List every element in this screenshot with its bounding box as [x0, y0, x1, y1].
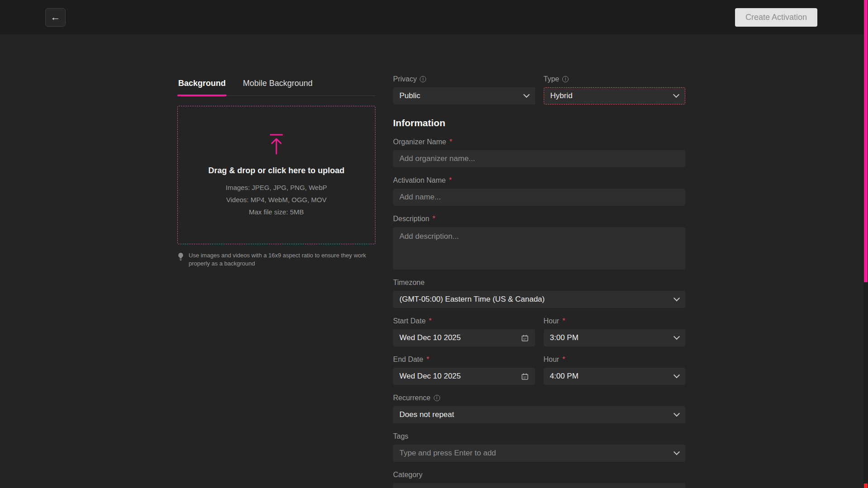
dropzone-videos-formats: Videos: MP4, WebM, OGG, MOV	[226, 196, 327, 204]
recurrence-value: Does not repeat	[399, 410, 454, 419]
scrollbar-thumb[interactable]	[864, 0, 868, 282]
scrollbar-bottom-marker	[864, 483, 868, 488]
activation-name-label: Activation Name	[393, 176, 446, 185]
create-activation-page: ← Create Activation Background Mobile Ba…	[0, 0, 868, 34]
privacy-value: Public	[399, 91, 420, 100]
timezone-select[interactable]: (GMT-05:00) Eastern Time (US & Canada)	[393, 291, 685, 308]
upload-arrow-icon	[268, 133, 285, 155]
recurrence-select[interactable]: Does not repeat	[393, 406, 685, 423]
dropzone-images-formats: Images: JPEG, JPG, PNG, WebP	[226, 184, 327, 191]
tags-label-row: Tags	[393, 432, 685, 441]
recurrence-label: Recurrence	[393, 394, 431, 402]
timezone-label-row: Timezone	[393, 278, 685, 287]
chevron-down-icon	[674, 372, 680, 378]
start-date-value: Wed Dec 10 2025	[399, 333, 461, 342]
aspect-ratio-hint-text: Use images and videos with a 16x9 aspect…	[189, 251, 369, 268]
organizer-name-input[interactable]	[393, 150, 685, 167]
tab-mobile-background[interactable]: Mobile Background	[242, 76, 313, 95]
description-textarea[interactable]	[393, 227, 685, 270]
end-hour-label: Hour	[544, 355, 560, 364]
tags-input[interactable]: Type and press Enter to add	[393, 445, 685, 462]
chevron-down-icon	[674, 333, 680, 340]
start-date-field: Start Date * Wed Dec 10 2025	[393, 317, 535, 346]
end-date-label: End Date	[393, 355, 423, 364]
info-icon	[434, 395, 440, 401]
tab-background[interactable]: Background	[177, 76, 227, 95]
tab-mobile-background-label: Mobile Background	[243, 79, 313, 88]
type-select[interactable]: Hybrid	[544, 87, 686, 104]
start-date-input[interactable]: Wed Dec 10 2025	[393, 329, 535, 346]
aspect-ratio-hint: Use images and videos with a 16x9 aspect…	[177, 251, 369, 268]
info-icon	[420, 76, 426, 82]
start-hour-field: Hour * 3:00 PM	[544, 317, 686, 346]
end-hour-value: 4:00 PM	[550, 372, 579, 381]
activation-form: Privacy Public Type Hybrid Infor	[393, 75, 685, 488]
information-heading: Information	[393, 118, 685, 128]
start-hour-value: 3:00 PM	[550, 333, 579, 342]
organizer-name-field: Organizer Name *	[393, 137, 685, 167]
calendar-icon	[521, 373, 529, 380]
activation-name-field: Activation Name *	[393, 176, 685, 206]
end-hour-select[interactable]: 4:00 PM	[544, 368, 686, 385]
recurrence-field: Recurrence Does not repeat	[393, 393, 685, 423]
active-tab-indicator	[177, 95, 227, 96]
tags-label: Tags	[393, 432, 408, 441]
start-hour-label: Hour	[544, 317, 560, 325]
start-hour-label-row: Hour *	[544, 317, 686, 326]
dropzone-title: Drag & drop or click here to upload	[208, 166, 344, 175]
background-tabs: Background Mobile Background	[177, 76, 375, 96]
category-label-row: Category	[393, 470, 685, 479]
info-icon	[562, 76, 569, 82]
type-label-row: Type	[544, 75, 686, 84]
page-scrollbar[interactable]	[863, 0, 868, 488]
required-asterisk: *	[449, 138, 452, 146]
type-value: Hybrid	[550, 91, 573, 100]
category-label: Category	[393, 471, 422, 479]
end-date-value: Wed Dec 10 2025	[399, 372, 461, 381]
activation-name-input[interactable]	[393, 189, 685, 206]
privacy-field: Privacy Public	[393, 75, 535, 104]
organizer-name-label: Organizer Name	[393, 138, 446, 146]
back-arrow-icon: ←	[51, 12, 61, 22]
required-asterisk: *	[562, 317, 565, 325]
end-hour-field: Hour * 4:00 PM	[544, 355, 686, 385]
timezone-field: Timezone (GMT-05:00) Eastern Time (US & …	[393, 278, 685, 308]
back-button[interactable]: ←	[45, 8, 66, 27]
end-date-input[interactable]: Wed Dec 10 2025	[393, 368, 535, 385]
required-asterisk: *	[432, 215, 435, 223]
chevron-down-icon	[674, 295, 680, 301]
privacy-label-row: Privacy	[393, 75, 535, 84]
required-asterisk: *	[429, 317, 432, 325]
description-field: Description *	[393, 214, 685, 270]
required-asterisk: *	[562, 355, 565, 364]
description-label: Description	[393, 215, 429, 223]
calendar-icon	[521, 334, 529, 342]
privacy-type-row: Privacy Public Type Hybrid	[393, 75, 685, 113]
tab-background-label: Background	[178, 79, 226, 88]
privacy-select[interactable]: Public	[393, 87, 535, 104]
organizer-name-label-row: Organizer Name *	[393, 137, 685, 147]
upload-dropzone[interactable]: Drag & drop or click here to upload Imag…	[177, 106, 375, 244]
top-bar: ← Create Activation	[0, 0, 868, 34]
start-date-label: Start Date	[393, 317, 426, 325]
lightbulb-icon	[177, 252, 184, 261]
chevron-down-icon	[523, 91, 529, 98]
start-date-row: Start Date * Wed Dec 10 2025	[393, 317, 685, 355]
type-field: Type Hybrid	[544, 75, 686, 104]
activation-name-label-row: Activation Name *	[393, 176, 685, 185]
category-select[interactable]	[393, 483, 685, 488]
timezone-value: (GMT-05:00) Eastern Time (US & Canada)	[399, 295, 545, 304]
tags-placeholder: Type and press Enter to add	[399, 449, 496, 458]
timezone-label: Timezone	[393, 279, 425, 287]
privacy-label: Privacy	[393, 75, 417, 83]
end-date-label-row: End Date *	[393, 355, 535, 364]
dropzone-max-size: Max file size: 5MB	[249, 208, 304, 216]
description-label-row: Description *	[393, 214, 685, 223]
background-upload-section: Background Mobile Background Drag & drop…	[177, 76, 375, 268]
recurrence-label-row: Recurrence	[393, 393, 685, 403]
end-date-row: End Date * Wed Dec 10 2025	[393, 355, 685, 393]
tags-field: Tags Type and press Enter to add	[393, 432, 685, 462]
type-label: Type	[544, 75, 560, 83]
start-hour-select[interactable]: 3:00 PM	[544, 329, 686, 346]
create-activation-button[interactable]: Create Activation	[735, 8, 817, 27]
